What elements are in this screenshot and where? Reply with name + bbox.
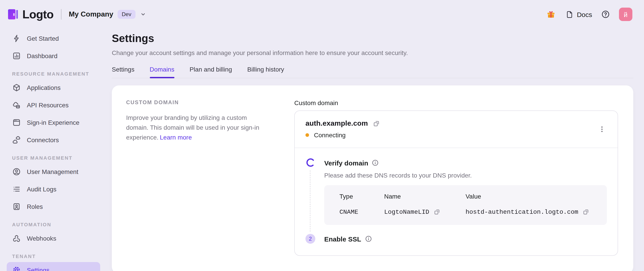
chevron-down-icon xyxy=(139,11,146,18)
info-icon[interactable] xyxy=(365,235,372,242)
sidebar-item-connectors[interactable]: Connectors xyxy=(7,132,100,148)
logto-logo[interactable]: Logto xyxy=(7,8,54,21)
dns-header-type: Type xyxy=(340,193,384,200)
domain-info: auth.example.com xyxy=(306,120,380,139)
document-icon xyxy=(565,10,574,18)
domain-steps: Verify domain xyxy=(295,148,618,255)
step1-title: Verify domain xyxy=(324,159,368,166)
tenant-selector[interactable]: My Company Dev xyxy=(69,10,146,19)
section-description-text: Improve your branding by utilizing a cus… xyxy=(126,114,260,141)
sidebar-item-get-started[interactable]: Get Started xyxy=(7,30,100,46)
learn-more-link[interactable]: Learn more xyxy=(160,134,192,141)
custom-domain-panel: auth.example.com xyxy=(294,110,618,256)
dns-table-row: CNAME LogtoNameLID xyxy=(340,208,596,216)
dns-cell-value: hostd-authentication.logto.com xyxy=(466,208,596,216)
sidebar-item-api-resources[interactable]: API Resources xyxy=(7,97,100,113)
status-dot xyxy=(306,133,309,137)
copy-icon[interactable] xyxy=(372,120,380,127)
logto-logo-icon xyxy=(7,8,19,20)
dns-cell-name: LogtoNameLID xyxy=(384,208,466,216)
sidebar-item-label: User Management xyxy=(27,168,78,175)
info-icon[interactable] xyxy=(372,159,379,166)
domain-name: auth.example.com xyxy=(306,120,368,128)
step-connector-line xyxy=(310,170,310,232)
dns-table-header: Type Name Value xyxy=(340,193,596,200)
step-verify-domain: Verify domain xyxy=(306,158,607,225)
domain-panel-header: auth.example.com xyxy=(295,111,618,148)
custom-domain-description-column: CUSTOM DOMAIN Improve your branding by u… xyxy=(126,99,270,256)
bar-chart-icon xyxy=(12,52,21,60)
sidebar-item-applications[interactable]: Applications xyxy=(7,80,100,96)
sidebar-item-label: API Resources xyxy=(27,102,69,109)
sidebar-item-label: Connectors xyxy=(27,136,59,144)
user-circle-icon xyxy=(12,167,21,176)
status-label: Connecting xyxy=(314,132,346,139)
sidebar-item-label: Dashboard xyxy=(27,52,58,60)
sidebar-item-label: Get Started xyxy=(27,35,59,42)
id-card-icon xyxy=(12,202,21,211)
env-badge: Dev xyxy=(118,10,136,19)
avatar[interactable]: й xyxy=(619,8,632,21)
sidebar-item-label: Settings xyxy=(27,266,50,271)
spinner-icon xyxy=(306,158,315,225)
browser-window-icon xyxy=(12,118,21,127)
logto-wordmark: Logto xyxy=(22,8,54,21)
tenant-name: My Company xyxy=(69,10,113,18)
step2-number-badge: 2 xyxy=(306,234,315,244)
tab-domains[interactable]: Domains xyxy=(150,66,174,78)
tab-bar: Settings Domains Plan and billing Billin… xyxy=(112,66,633,78)
page-root: Logto My Company Dev xyxy=(0,0,644,271)
sidebar-section-tenant: TENANT xyxy=(12,254,100,259)
cube-icon xyxy=(12,83,21,92)
sidebar-item-roles[interactable]: Roles xyxy=(7,198,100,215)
dns-records-table: Type Name Value CNAME LogtoName xyxy=(324,185,607,225)
dns-value-value: hostd-authentication.logto.com xyxy=(466,208,578,216)
topbar-actions: Docs й xyxy=(546,8,632,21)
gear-icon xyxy=(12,266,21,271)
page-title: Settings xyxy=(112,32,633,45)
gift-icon[interactable] xyxy=(546,10,556,19)
sidebar: Get Started Dashboard RESOURCE MANAGEMEN… xyxy=(0,28,107,271)
step2-title: Enable SSL xyxy=(324,235,361,242)
clouds-icon xyxy=(12,136,21,144)
domain-status: Connecting xyxy=(306,132,380,139)
sidebar-item-label: Webhooks xyxy=(27,235,56,242)
custom-domain-column: Custom domain auth.example.com xyxy=(294,99,618,256)
custom-domain-field-label: Custom domain xyxy=(294,99,618,106)
topbar: Logto My Company Dev xyxy=(0,0,644,28)
list-icon xyxy=(12,185,21,194)
help-icon[interactable] xyxy=(601,10,610,19)
dns-header-value: Value xyxy=(466,193,596,200)
logto-console: Logto My Company Dev xyxy=(0,0,644,271)
sidebar-item-audit-logs[interactable]: Audit Logs xyxy=(7,181,100,197)
sidebar-item-dashboard[interactable]: Dashboard xyxy=(7,48,100,64)
sidebar-item-label: Sign-in Experience xyxy=(27,119,80,126)
dns-cell-type: CNAME xyxy=(340,208,384,216)
sidebar-section-resource-management: RESOURCE MANAGEMENT xyxy=(12,71,100,76)
kebab-menu-icon[interactable] xyxy=(597,124,607,134)
sidebar-item-settings[interactable]: Settings xyxy=(7,262,100,271)
docs-label: Docs xyxy=(577,10,592,18)
tab-billing-history[interactable]: Billing history xyxy=(247,66,284,78)
main-content: Settings Change your account settings an… xyxy=(107,28,644,271)
dns-name-value: LogtoNameLID xyxy=(384,208,429,216)
cloud-box-icon xyxy=(12,100,21,110)
step1-description: Please add these DNS records to your DNS… xyxy=(324,172,607,179)
copy-icon[interactable] xyxy=(433,208,440,216)
sidebar-item-user-management[interactable]: User Management xyxy=(7,164,100,180)
sidebar-item-webhooks[interactable]: Webhooks xyxy=(7,230,100,246)
page-subtitle: Change your account settings and manage … xyxy=(112,49,633,56)
sidebar-section-user-management: USER MANAGEMENT xyxy=(12,155,100,160)
section-heading: CUSTOM DOMAIN xyxy=(126,99,270,106)
section-description: Improve your branding by utilizing a cus… xyxy=(126,113,270,142)
sidebar-item-sign-in-experience[interactable]: Sign-in Experience xyxy=(7,114,100,130)
sidebar-item-label: Audit Logs xyxy=(27,186,56,193)
sidebar-item-label: Applications xyxy=(27,84,60,91)
docs-button[interactable]: Docs xyxy=(565,10,592,18)
step-enable-ssl: 2 Enable SSL xyxy=(306,234,607,244)
tab-plan-and-billing[interactable]: Plan and billing xyxy=(190,66,232,78)
tab-settings[interactable]: Settings xyxy=(112,66,134,78)
dns-header-name: Name xyxy=(384,193,466,200)
lightning-icon xyxy=(12,34,21,43)
copy-icon[interactable] xyxy=(582,208,590,216)
